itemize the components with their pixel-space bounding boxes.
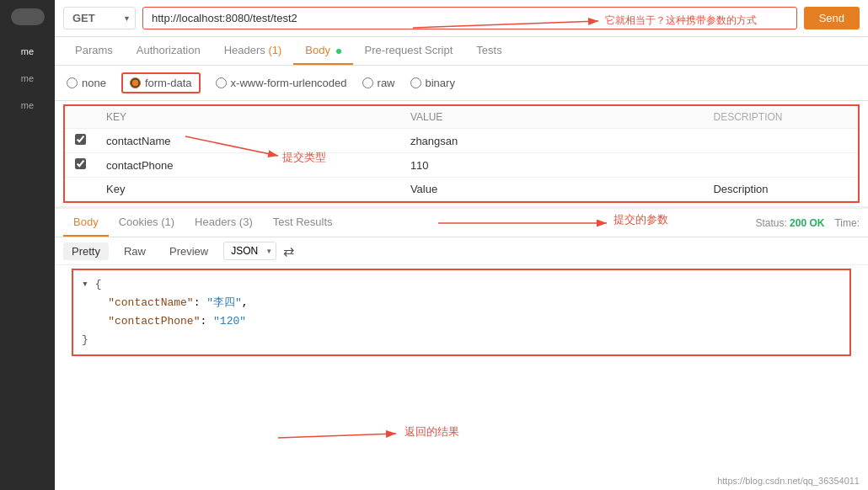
row1-checkbox-cell [65,129,96,153]
col-checkbox [65,106,96,129]
status-value: 200 OK [790,217,824,229]
time-label: Time: [834,217,860,229]
response-tabs-bar: Body Cookies (1) Headers (3) Test Result… [55,209,868,237]
status-label: Status: 200 OK [755,217,824,229]
method-select[interactable]: GET POST PUT DELETE [63,7,136,29]
desc-placeholder: Description [703,178,858,201]
watermark: https://blog.csdn.net/qq_36354011 [717,476,860,486]
row2-checkbox-cell [65,153,96,178]
key-placeholder: Key [96,178,400,201]
wrap-icon[interactable]: ⇄ [283,243,294,259]
sidebar: me me me [0,0,55,490]
row2-value: 110 [400,153,704,178]
response-tab-body[interactable]: Body [63,209,109,237]
json-key-name: "contactName" [108,296,193,309]
json-box-container: ▾ { "contactName": "李四", "contactPhone":… [63,269,860,356]
format-bar: Pretty Raw Preview JSON XML HTML Text ⇄ [55,237,868,265]
radio-form-data[interactable]: form-data [121,72,201,93]
format-raw[interactable]: Raw [115,242,154,260]
json-key-phone: "contactPhone" [108,315,200,328]
tab-pre-request[interactable]: Pre-request Script [353,37,465,65]
sidebar-toggle[interactable] [11,8,45,25]
format-pretty[interactable]: Pretty [63,242,109,260]
table-wrapper: KEY VALUE DESCRIPTION contactName zhangs… [63,104,860,203]
send-button[interactable]: Send [804,7,860,29]
tab-headers[interactable]: Headers (1) [212,37,294,65]
response-tab-tests[interactable]: Test Results [263,209,343,237]
sidebar-item-me[interactable]: me [0,38,55,65]
json-type-select[interactable]: JSON XML HTML Text [223,242,276,260]
radio-urlencoded[interactable]: x-www-form-urlencoded [216,77,347,89]
open-brace: ▾ { [82,278,101,290]
tab-authorization[interactable]: Authorization [125,37,212,65]
row1-key: contactName [96,129,400,153]
json-val-name: "李四" [206,296,242,309]
row2-key: contactPhone [96,153,400,178]
content-area: GET POST PUT DELETE Send Params Authoriz… [55,0,868,490]
response-tab-cookies[interactable]: Cookies (1) [109,209,185,237]
row1-desc [703,129,858,153]
form-table: KEY VALUE DESCRIPTION contactName zhangs… [65,106,858,201]
url-input[interactable] [142,7,797,29]
tab-params[interactable]: Params [63,37,125,65]
headers-badge: (1) [268,44,281,56]
sidebar-item-me2[interactable]: me [0,65,55,92]
tab-body[interactable]: Body [293,37,352,65]
row2-checkbox[interactable] [75,158,86,169]
table-row: contactName zhangsan [65,129,858,153]
close-brace: } [82,333,88,346]
response-tabs: Body Cookies (1) Headers (3) Test Result… [63,209,343,237]
col-value: VALUE [400,106,704,129]
tab-tests[interactable]: Tests [464,37,513,65]
method-wrapper: GET POST PUT DELETE [63,7,136,29]
status-info: Status: 200 OK Time: [755,217,860,229]
json-select-wrapper: JSON XML HTML Text [223,242,276,260]
tabs-container: Params Authorization Headers (1) Body Pr… [55,37,868,66]
json-val-phone: "120" [213,315,246,328]
response-section: Body Cookies (1) Headers (3) Test Result… [55,206,868,360]
table-row: contactPhone 110 [65,153,858,178]
row2-desc [703,153,858,178]
json-response-box: ▾ { "contactName": "李四", "contactPhone":… [72,269,851,356]
table-section: KEY VALUE DESCRIPTION contactName zhangs… [55,101,868,206]
col-desc: DESCRIPTION [703,106,858,129]
radio-none[interactable]: none [67,77,106,89]
sidebar-item-me3[interactable]: me [0,92,55,119]
row1-checkbox[interactable] [75,134,86,145]
request-bar: GET POST PUT DELETE Send [55,0,868,37]
radio-binary[interactable]: binary [410,77,455,89]
format-preview[interactable]: Preview [161,242,217,260]
response-tab-headers[interactable]: Headers (3) [185,209,263,237]
value-placeholder: Value [400,178,704,201]
body-options: none form-data x-www-form-urlencoded raw… [55,66,868,101]
radio-raw[interactable]: raw [362,77,395,89]
row1-value: zhangsan [400,129,704,153]
body-dot [336,49,341,54]
col-key: KEY [96,106,400,129]
table-row-placeholder: Key Value Description [65,178,858,201]
